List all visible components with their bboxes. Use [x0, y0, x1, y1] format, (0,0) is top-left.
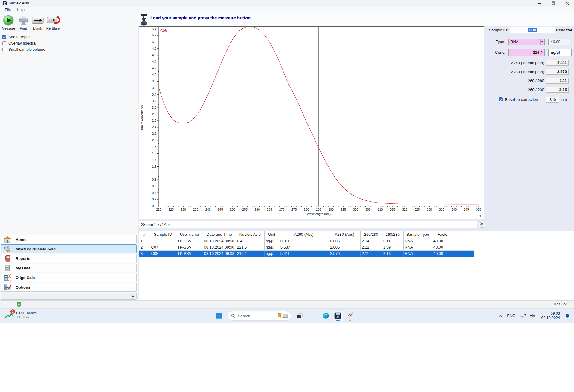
results-table: #Sample IDUser nameDate and TimeNucleic …	[139, 231, 474, 257]
sidebar-item-oligo-calc[interactable]: Oligo Calc	[1, 273, 137, 282]
clock[interactable]: 09:03 08.10.2024	[541, 311, 560, 320]
print-button[interactable]: Print	[16, 14, 30, 31]
sidebar-item-label: Oligo Calc	[16, 275, 35, 280]
running-app-indicator	[349, 320, 351, 321]
metric-value-field: 5.411	[546, 60, 569, 66]
taskbar-center: Search	[213, 309, 356, 323]
svg-text:235: 235	[193, 208, 199, 211]
svg-text:3.8: 3.8	[152, 79, 156, 83]
sidebar-item-reports[interactable]: Reports	[1, 254, 137, 263]
search-input[interactable]: Search	[227, 311, 291, 321]
paint-app-button[interactable]	[344, 310, 355, 321]
oligo-calc-icon	[4, 274, 11, 281]
app-window: Nucleic Acid FileHelp MeasurePrintBlankR…	[0, 0, 574, 308]
table-cell: 08.10.2024 08:58	[203, 238, 236, 244]
sidebar-item-home[interactable]: Home	[1, 235, 137, 244]
checkbox-box[interactable]	[2, 35, 6, 39]
language-indicator[interactable]: ENG	[507, 314, 515, 318]
taskbar-widget[interactable]: 1 FTSE banks +1.01%	[4, 310, 37, 320]
svg-text:0.8: 0.8	[152, 178, 156, 181]
unit-select[interactable]: ng/µl ⌄	[548, 49, 572, 56]
checkbox-box[interactable]	[2, 41, 6, 45]
checkbox-overlay-spectra[interactable]: Overlay spectra	[2, 40, 45, 46]
column-header[interactable]: User name	[176, 231, 203, 238]
baseline-row: Baseline correction 340 nm	[484, 97, 574, 103]
metric-row: A280 (10 mm path)2.570	[484, 69, 574, 75]
minimize-button[interactable]	[533, 0, 546, 7]
start-button[interactable]	[213, 310, 224, 321]
nucleic-acid-app-button[interactable]	[332, 310, 343, 321]
svg-text:240: 240	[205, 208, 211, 211]
sample-panel: Sample ID: C08 Pedestal Type: RNA ▾ 40.0…	[484, 26, 574, 300]
column-header[interactable]: Date and Time	[203, 231, 236, 238]
column-header[interactable]: Sample Type	[403, 231, 432, 238]
table-row[interactable]: 1TP-SSV08.10.2024 08:580.4ng/µl0.0110.00…	[139, 238, 474, 244]
options-icon	[4, 283, 11, 291]
column-header[interactable]: Unit	[264, 231, 279, 238]
checkbox-small-sample-volume[interactable]: Small sample volume	[2, 46, 45, 53]
blank-button[interactable]: Blank	[30, 14, 45, 31]
table-cell: 0.005	[329, 238, 360, 244]
column-header[interactable]: Nucleic Acid	[236, 231, 264, 238]
column-header[interactable]: 260/230	[382, 231, 403, 238]
svg-text:315: 315	[390, 208, 395, 211]
spectrum-chart[interactable]: 0.00.20.40.60.81.01.21.41.61.82.02.22.42…	[139, 26, 484, 219]
sidebar-item-options[interactable]: Options	[1, 283, 137, 292]
tray-expand-button[interactable]	[498, 315, 502, 317]
network-button[interactable]	[520, 313, 526, 318]
sidebar-item-label: My Data	[16, 266, 30, 270]
edge-browser-button[interactable]	[320, 310, 331, 321]
svg-text:3.0: 3.0	[152, 106, 156, 109]
svg-text:330: 330	[427, 208, 432, 211]
table-row[interactable]: 3C08TP-SSV08.10.2024 09:03216.4ng/µl5.41…	[139, 250, 474, 257]
measure-button[interactable]: Measure	[1, 14, 16, 31]
metric-row: A260 (10 mm path)5.411	[484, 60, 574, 66]
column-header[interactable]: #	[139, 231, 150, 238]
svg-text:0.0: 0.0	[152, 204, 156, 208]
checkbox-label: Overlay spectra	[8, 41, 36, 45]
task-view-button[interactable]	[294, 310, 305, 321]
svg-text:285: 285	[316, 208, 321, 211]
sidebar-item-label: Home	[16, 237, 26, 242]
search-icon	[231, 314, 236, 318]
column-header[interactable]: Sample ID	[150, 231, 176, 238]
re-blank-button[interactable]: Re-Blank	[45, 14, 62, 31]
table-row[interactable]: 2C07TP-SSV08.10.2024 09:00221.5ng/µl5.53…	[139, 244, 474, 250]
checkbox-box[interactable]	[2, 48, 6, 51]
widget-badge: 1	[10, 309, 15, 314]
volume-button[interactable]	[530, 313, 535, 318]
svg-text:1.6: 1.6	[152, 151, 156, 155]
taskbar-tray: ENG 09:03 08.10.2024	[497, 309, 572, 323]
sample-id-value: C08	[528, 28, 537, 32]
spectrum-plot[interactable]: 0.00.20.40.60.81.01.21.41.61.82.02.22.42…	[139, 27, 484, 219]
measure-options: Add to reportOverlay spectraSmall sample…	[2, 34, 45, 53]
column-header[interactable]: A280 (Abs)	[329, 231, 360, 238]
table-cell: 1	[139, 238, 150, 244]
nav-configure-strip[interactable]: » ▾	[1, 293, 137, 300]
table-header-row: #Sample IDUser nameDate and TimeNucleic …	[139, 231, 474, 238]
column-header[interactable]: A260 (Abs)	[279, 231, 329, 238]
security-shield-icon	[16, 302, 22, 307]
notifications-button[interactable]	[565, 313, 570, 318]
factor-field[interactable]: 40.00	[548, 39, 570, 45]
table-cell: 5.537	[279, 244, 329, 250]
svg-text:2.2: 2.2	[152, 132, 156, 135]
checkbox-add-to-report[interactable]: Add to report	[2, 34, 45, 40]
sidebar-item-measure-nucleic-acid[interactable]: Measure Nucleic Acid	[1, 244, 137, 253]
collapse-axis-button[interactable]: «	[477, 214, 483, 218]
column-header[interactable]: 260/280	[360, 231, 382, 238]
conc-field[interactable]: 216.4	[508, 49, 545, 56]
menu-help[interactable]: Help	[14, 7, 28, 13]
close-button[interactable]	[560, 0, 574, 7]
restore-button[interactable]	[546, 0, 560, 7]
nav-splitter-handle[interactable]: ·········	[0, 232, 138, 235]
metric-value: 2.570	[557, 69, 567, 74]
baseline-correction-checkbox[interactable]	[499, 97, 503, 101]
menu-file[interactable]: File	[2, 7, 14, 13]
column-header[interactable]: Factor	[432, 231, 454, 238]
type-select[interactable]: RNA ▾	[508, 39, 545, 45]
sidebar-item-my-data[interactable]: My Data	[1, 264, 137, 272]
baseline-wavelength-field[interactable]: 340	[546, 97, 559, 103]
menu-bar: FileHelp	[0, 7, 574, 13]
sample-id-input[interactable]: C08	[510, 27, 555, 33]
